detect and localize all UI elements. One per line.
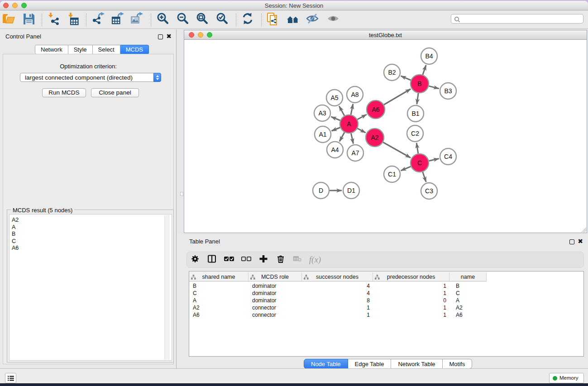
- column-header-MCDS-role[interactable]: MCDS role: [249, 272, 302, 281]
- result-list-item[interactable]: A6: [12, 245, 19, 252]
- node-A1[interactable]: A1: [315, 126, 331, 143]
- edge-C-C3[interactable]: [423, 172, 426, 182]
- node-C4[interactable]: C4: [440, 148, 456, 165]
- select-all-icon[interactable]: [224, 255, 234, 265]
- result-list-item[interactable]: A: [12, 224, 19, 231]
- node-B3[interactable]: B3: [440, 83, 456, 99]
- node-B[interactable]: B: [411, 75, 429, 93]
- node-B2[interactable]: B2: [384, 64, 400, 81]
- open-session-icon[interactable]: [2, 12, 15, 28]
- node-A3[interactable]: A3: [314, 105, 330, 121]
- edge-A-A8[interactable]: [351, 104, 353, 115]
- node-A[interactable]: A: [340, 115, 358, 133]
- tab-edge-table[interactable]: Edge Table: [348, 359, 392, 369]
- edge-A-A2[interactable]: [358, 129, 366, 133]
- node-A7[interactable]: A7: [347, 145, 363, 161]
- edge-A-A5[interactable]: [339, 106, 344, 115]
- edge-A-A1[interactable]: [332, 128, 340, 131]
- export-table-icon[interactable]: [111, 12, 125, 28]
- delete-column-icon[interactable]: [277, 255, 285, 265]
- edge-A-A6[interactable]: [357, 114, 366, 119]
- result-list-scrollbar[interactable]: [164, 215, 169, 360]
- zoom-fit-icon[interactable]: [196, 12, 210, 28]
- export-image-icon[interactable]: [130, 12, 144, 28]
- zoom-in-icon[interactable]: [157, 12, 170, 28]
- gear-icon[interactable]: [191, 255, 199, 265]
- export-network-icon[interactable]: [92, 12, 105, 28]
- mcds-result-list[interactable]: A2ABCA6: [9, 214, 172, 361]
- edge-C-C1[interactable]: [401, 167, 411, 171]
- zoom-out-icon[interactable]: [177, 12, 190, 28]
- node-D1[interactable]: D1: [343, 182, 359, 199]
- edge-B-B4[interactable]: [423, 65, 426, 75]
- edge-C-C2[interactable]: [416, 143, 418, 153]
- float-panel-icon[interactable]: [158, 34, 163, 39]
- tab-select[interactable]: Select: [93, 45, 120, 54]
- edge-B-B3[interactable]: [429, 86, 439, 89]
- edge-A6-B[interactable]: [384, 89, 411, 105]
- table-row[interactable]: Cdominator41C: [189, 290, 583, 297]
- save-session-icon[interactable]: [22, 12, 36, 28]
- hide-selected-icon[interactable]: [306, 12, 320, 28]
- import-table-icon[interactable]: [67, 12, 81, 28]
- search-box[interactable]: [451, 14, 583, 24]
- node-A5[interactable]: A5: [326, 90, 343, 106]
- split-pane-icon[interactable]: [208, 255, 216, 265]
- result-list-item[interactable]: B: [12, 231, 19, 238]
- node-B1[interactable]: B1: [407, 105, 424, 122]
- node-A6[interactable]: A6: [367, 100, 385, 119]
- table-row[interactable]: A6connector11A6: [189, 311, 583, 319]
- column-header-successor-nodes[interactable]: successor nodes: [302, 272, 373, 281]
- tab-mcds[interactable]: MCDS: [120, 45, 149, 54]
- result-list-item[interactable]: C: [12, 238, 19, 245]
- table-row[interactable]: A2connector11A2: [189, 304, 583, 311]
- show-all-icon[interactable]: [327, 12, 340, 28]
- tab-style[interactable]: Style: [68, 45, 93, 54]
- first-neighbors-icon[interactable]: [287, 12, 300, 28]
- node-C[interactable]: C: [411, 154, 429, 172]
- edge-B-B1[interactable]: [417, 93, 418, 104]
- edge-A-A4[interactable]: [339, 132, 344, 141]
- result-list-item[interactable]: A2: [12, 217, 19, 224]
- close-table-panel-icon[interactable]: ✖: [578, 239, 583, 244]
- table-row[interactable]: Adominator80A: [189, 297, 583, 304]
- table-row[interactable]: Bdominator41B: [189, 282, 583, 290]
- node-C3[interactable]: C3: [421, 183, 437, 199]
- memory-button[interactable]: Memory: [549, 373, 584, 383]
- column-header-shared-name[interactable]: shared name: [189, 272, 249, 281]
- column-header-predecessor-nodes[interactable]: predecessor nodes: [373, 272, 449, 281]
- add-column-icon[interactable]: [259, 255, 268, 265]
- node-C1[interactable]: C1: [384, 166, 400, 182]
- float-table-panel-icon[interactable]: [569, 239, 574, 244]
- task-history-button[interactable]: [5, 373, 16, 383]
- tab-node-table[interactable]: Node Table: [304, 359, 348, 369]
- edge-C-C4[interactable]: [429, 159, 439, 161]
- tab-motifs[interactable]: Motifs: [443, 359, 473, 369]
- edge-B-B2[interactable]: [401, 76, 411, 80]
- zoom-selected-icon[interactable]: [216, 12, 229, 28]
- refresh-icon[interactable]: [241, 12, 255, 28]
- column-header-name[interactable]: name: [449, 272, 487, 281]
- new-network-from-selection-icon[interactable]: [267, 12, 280, 28]
- import-network-icon[interactable]: [48, 12, 61, 28]
- node-A2[interactable]: A2: [366, 129, 384, 147]
- node-D[interactable]: D: [313, 182, 329, 199]
- node-C2[interactable]: C2: [407, 125, 423, 142]
- deselect-all-icon[interactable]: [241, 255, 251, 265]
- edge-A2-C[interactable]: [383, 142, 411, 157]
- edge-A-A7[interactable]: [351, 133, 353, 144]
- run-mcds-button[interactable]: Run MCDS: [42, 88, 86, 97]
- search-input[interactable]: [462, 15, 580, 23]
- optimization-criterion-select[interactable]: largest connected component (directed): [20, 73, 161, 82]
- node-A8[interactable]: A8: [347, 86, 363, 103]
- node-B4[interactable]: B4: [421, 48, 437, 64]
- vertical-splitter-handle[interactable]: [180, 192, 183, 196]
- node-A4[interactable]: A4: [327, 142, 343, 158]
- network-graph-canvas[interactable]: AA1A2A3A4A5A6A7A8BB1B2B3B4CC1C2C3C4DD1: [184, 40, 587, 233]
- tab-network-table[interactable]: Network Table: [391, 359, 442, 369]
- close-panel-button[interactable]: Close panel: [91, 88, 139, 97]
- close-panel-icon[interactable]: ✖: [166, 34, 172, 39]
- tab-network[interactable]: Network: [35, 45, 68, 54]
- edge-A-A3[interactable]: [331, 117, 340, 120]
- window-resize-grip-icon[interactable]: [581, 227, 586, 232]
